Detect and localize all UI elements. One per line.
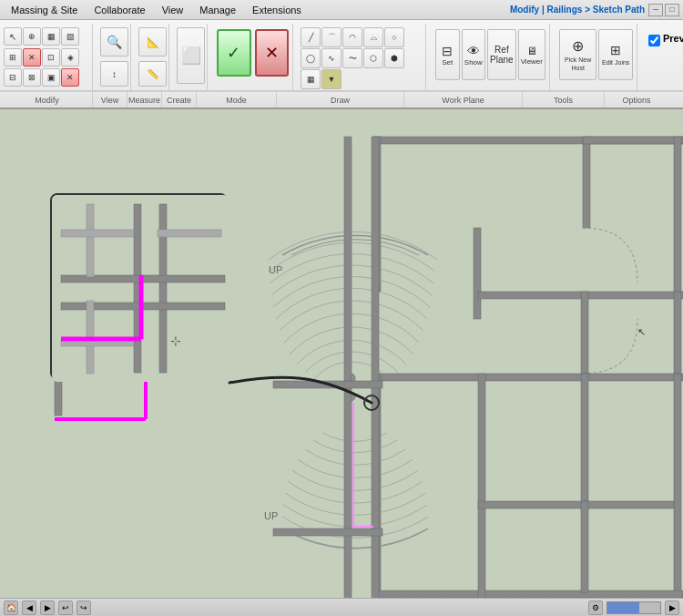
- svg-rect-15: [581, 374, 588, 510]
- ribbon-group-draw: ╱ ⌒ ◠ ⌓ ○ ◯ ∿ 〜 ⬡ ⬢ ▦ ▼: [299, 24, 426, 90]
- redo-icon[interactable]: ↪: [76, 601, 91, 615]
- menu-collaborate[interactable]: Collaborate: [87, 3, 152, 17]
- svg-rect-25: [273, 529, 382, 536]
- modify-btn3[interactable]: ▦: [42, 27, 60, 46]
- modify-btn6[interactable]: ✕: [23, 48, 41, 67]
- finish-mode-button[interactable]: ✓: [217, 29, 251, 77]
- cancel-mode-button[interactable]: ✕: [255, 29, 290, 77]
- group-label-tools: Tools: [523, 92, 605, 108]
- ribbon-group-modify: ↖ ⊕ ▦ ▧ ⊞ ✕ ⊡ ◈ ⊟ ⊠ ▣ ✕: [2, 24, 93, 90]
- ribbon-group-mode: ✓ ✕: [213, 24, 293, 90]
- draw-spline2[interactable]: 〜: [342, 48, 362, 68]
- undo-icon[interactable]: ↩: [58, 601, 73, 615]
- svg-rect-4: [583, 137, 683, 144]
- ribbon-group-measure: 📐 📏: [137, 24, 169, 90]
- group-label-measure: Measure: [127, 92, 162, 108]
- svg-rect-39: [158, 230, 221, 237]
- ribbon-group-tools: ⊕ Pick New Host ⊞ Edit Joins: [556, 24, 637, 90]
- ribbon-group-workplane: ⊟ Set 👁 Show RefPlane 🖥 Viewer: [432, 24, 550, 90]
- svg-rect-6: [474, 228, 481, 319]
- progress-bar: [607, 601, 661, 614]
- modify-btn9[interactable]: ⊟: [4, 68, 22, 87]
- svg-rect-12: [674, 374, 681, 598]
- modify-btn2[interactable]: ⊕: [23, 27, 41, 46]
- draw-expand[interactable]: ▼: [321, 69, 342, 89]
- canvas-area[interactable]: UP UP: [0, 109, 683, 598]
- view-btn2[interactable]: ↕: [100, 61, 128, 87]
- create-btn1[interactable]: ⬜: [177, 27, 205, 84]
- svg-rect-9: [674, 292, 681, 374]
- home-icon[interactable]: 🏠: [4, 601, 18, 615]
- measure-btn1[interactable]: 📐: [138, 27, 167, 56]
- show-button[interactable]: 👁 Show: [462, 29, 486, 80]
- svg-rect-13: [373, 590, 683, 598]
- modify-btn12[interactable]: ✕: [61, 68, 79, 87]
- ribbon-group-create: ⬜: [175, 24, 208, 90]
- group-label-workplane: Work Plane: [404, 92, 523, 108]
- edit-joins-button[interactable]: ⊞ Edit Joins: [598, 29, 633, 80]
- draw-circle[interactable]: ○: [384, 27, 404, 47]
- menu-bar: Massing & Site Collaborate View Manage E…: [0, 0, 683, 20]
- modify-btn7[interactable]: ⊡: [42, 48, 60, 67]
- measure-buttons: 📐 📏: [138, 27, 167, 88]
- window-restore[interactable]: □: [665, 4, 679, 16]
- svg-rect-10: [373, 374, 683, 381]
- menu-extensions[interactable]: Extensions: [245, 3, 309, 17]
- menu-manage[interactable]: Manage: [192, 3, 243, 17]
- callout-box: ⊹: [50, 193, 228, 380]
- forward-icon[interactable]: ▶: [40, 601, 55, 615]
- svg-text:⊹: ⊹: [170, 334, 181, 348]
- back-icon[interactable]: ◀: [22, 601, 36, 615]
- svg-rect-17: [581, 501, 588, 592]
- create-buttons: ⬜: [177, 27, 205, 88]
- modify-buttons: ↖ ⊕ ▦ ▧ ⊞ ✕ ⊡ ◈ ⊟ ⊠ ▣ ✕: [4, 27, 90, 88]
- draw-polygon1[interactable]: ⬡: [363, 48, 383, 68]
- viewer-button[interactable]: 🖥 Viewer: [518, 29, 545, 80]
- modify-btn4[interactable]: ▧: [61, 27, 79, 46]
- svg-rect-7: [478, 292, 683, 299]
- measure-btn2[interactable]: 📏: [138, 61, 167, 87]
- breadcrumb: Modify | Railings > Sketch Path: [510, 5, 645, 15]
- svg-rect-38: [61, 230, 134, 237]
- modify-btn10[interactable]: ⊠: [23, 68, 41, 87]
- draw-buttons: ╱ ⌒ ◠ ⌓ ○ ◯ ∿ 〜 ⬡ ⬢ ▦ ▼: [301, 27, 423, 89]
- bottom-bar: 🏠 ◀ ▶ ↩ ↪ ⚙ ▶: [0, 598, 683, 616]
- svg-rect-16: [478, 501, 674, 508]
- select-button[interactable]: ↖: [4, 27, 22, 46]
- preview-label[interactable]: Preview: [663, 33, 683, 44]
- draw-line[interactable]: ╱: [301, 27, 321, 47]
- ref-plane-button[interactable]: RefPlane: [487, 29, 516, 80]
- svg-rect-36: [87, 204, 94, 277]
- svg-rect-5: [674, 137, 681, 292]
- settings-icon[interactable]: ⚙: [588, 601, 603, 615]
- modify-btn11[interactable]: ▣: [42, 68, 60, 87]
- group-label-draw: Draw: [277, 92, 404, 108]
- view-btn1[interactable]: 🔍: [100, 27, 128, 56]
- modify-btn5[interactable]: ⊞: [4, 48, 22, 67]
- ribbon-group-view: 🔍 ↕: [98, 24, 131, 90]
- svg-text:UP: UP: [264, 510, 278, 521]
- draw-arc1[interactable]: ⌒: [321, 27, 342, 47]
- set-button[interactable]: ⊟ Set: [435, 29, 460, 80]
- view-buttons: 🔍 ↕: [100, 27, 128, 88]
- draw-polygon2[interactable]: ⬢: [384, 48, 404, 68]
- svg-rect-8: [581, 292, 588, 374]
- group-label-options: Options: [605, 92, 668, 108]
- svg-rect-14: [478, 374, 485, 598]
- pick-new-host-button[interactable]: ⊕ Pick New Host: [559, 29, 596, 80]
- group-label-view: View: [93, 92, 127, 108]
- preview-checkbox[interactable]: [648, 35, 660, 46]
- draw-spline[interactable]: ∿: [321, 48, 342, 68]
- draw-arc3[interactable]: ⌓: [363, 27, 383, 47]
- draw-arc2[interactable]: ◠: [342, 27, 362, 47]
- draw-ellipse[interactable]: ◯: [301, 48, 321, 68]
- ribbon: ↖ ⊕ ▦ ▧ ⊞ ✕ ⊡ ◈ ⊟ ⊠ ▣ ✕ 🔍 ↕: [0, 20, 683, 109]
- svg-text:UP: UP: [269, 264, 282, 275]
- menu-view[interactable]: View: [155, 3, 191, 17]
- svg-rect-3: [583, 137, 590, 228]
- draw-fill[interactable]: ▦: [301, 69, 321, 89]
- window-minimize[interactable]: ─: [648, 4, 663, 16]
- modify-btn8[interactable]: ◈: [61, 48, 79, 67]
- expand-icon[interactable]: ▶: [665, 601, 679, 615]
- menu-massing[interactable]: Massing & Site: [4, 3, 85, 17]
